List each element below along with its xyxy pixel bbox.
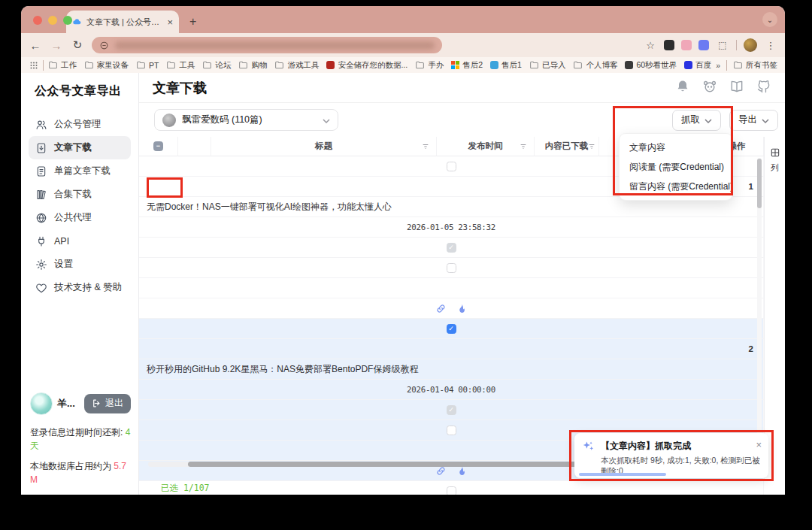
extension-icon[interactable] <box>664 40 674 50</box>
heart-icon <box>35 282 47 294</box>
sidebar: 公众号文章导出 公众号管理 文章下载 单篇文章下载 合集下载 公共代理 API … <box>21 73 139 495</box>
sidebar-item-plug[interactable]: API <box>29 229 131 253</box>
close-window-button[interactable] <box>33 16 42 25</box>
bookmark-item[interactable]: 已导入 <box>529 60 566 71</box>
notification-bell-icon[interactable] <box>675 79 690 97</box>
reload-icon[interactable]: ↻ <box>71 38 84 52</box>
sidebar-item-globe[interactable]: 公共代理 <box>29 206 131 229</box>
bookmark-item[interactable]: 工具 <box>166 60 195 71</box>
bookmark-item[interactable]: 60秒看世界 <box>625 60 677 71</box>
sidebar-item-file-download[interactable]: 文章下载 <box>29 136 131 159</box>
browser-tab[interactable]: 文章下载 | 公众号文章导出 × <box>66 11 179 33</box>
filter-icon[interactable] <box>520 143 527 150</box>
page-title: 文章下载 <box>153 79 207 97</box>
extra-cell <box>139 278 764 298</box>
browser-toolbar: ← → ↻ ☆ ⬚ ⋮ <box>21 33 785 57</box>
table-footer: 已选 1/107 <box>139 481 785 495</box>
fetch-fire-icon[interactable] <box>456 303 468 314</box>
github-icon[interactable] <box>756 79 771 97</box>
sidebar-item-file-text[interactable]: 单篇文章下载 <box>29 159 131 183</box>
folder-icon <box>136 60 146 70</box>
dropdown-item[interactable]: 阅读量 (需要Credential) <box>620 157 732 177</box>
toast-progress-bar <box>579 473 666 476</box>
sparkles-icon <box>582 441 595 453</box>
sidebar-item-library[interactable]: 合集下载 <box>29 183 131 206</box>
downloaded-column-header: 内容已下载 <box>535 137 599 156</box>
bookmark-item[interactable]: 家里设备 <box>84 60 129 71</box>
row-select-checkbox[interactable]: ✓ <box>139 319 764 339</box>
bookmark-item[interactable]: 个人博客 <box>573 60 617 71</box>
user-row: 羊... 退出 <box>29 389 131 422</box>
account-avatar <box>162 114 176 127</box>
app-title: 公众号文章导出 <box>29 82 131 113</box>
publish-time: 2026-01-05 23:58:32 <box>139 217 764 238</box>
browser-menu-icon[interactable]: ⋮ <box>764 40 777 51</box>
bookmark-item[interactable]: 售后1 <box>490 60 522 71</box>
bookmark-item[interactable]: 论坛 <box>202 60 231 71</box>
export-button[interactable]: 导出 <box>729 110 778 131</box>
all-bookmarks[interactable]: 所有书签 <box>733 60 777 71</box>
bookmark-item[interactable]: PT <box>136 60 159 70</box>
dropdown-item[interactable]: 留言内容 (需要Credential) <box>620 177 732 196</box>
forward-icon[interactable]: → <box>50 39 63 52</box>
extension-icon[interactable] <box>681 40 692 50</box>
row-actions <box>139 298 764 319</box>
bookmark-item[interactable]: 购物 <box>238 60 267 71</box>
user-avatar <box>30 392 53 415</box>
extensions-puzzle-icon[interactable]: ⬚ <box>716 40 729 50</box>
fetch-button[interactable]: 抓取 <box>672 110 721 131</box>
filter-icon[interactable] <box>422 143 429 150</box>
browser-window: 文章下载 | 公众号文章导出 × + ⌄ ← → ↻ ☆ ⬚ <box>21 6 785 495</box>
sidebar-item-heart[interactable]: 技术支持 & 赞助 <box>29 276 131 299</box>
apps-grid-icon[interactable] <box>29 60 38 70</box>
address-bar[interactable] <box>92 37 442 53</box>
logout-button[interactable]: 退出 <box>84 394 131 413</box>
toast-close-icon[interactable]: × <box>751 440 762 450</box>
folder-icon <box>238 60 248 70</box>
account-select[interactable]: 飘雷爱数码 (110篇) <box>154 109 338 131</box>
chevron-down-icon <box>762 115 769 126</box>
toast-title: 【文章内容】抓取完成 <box>601 440 751 453</box>
chevron-down-icon <box>323 115 330 126</box>
bookmarks-overflow-icon[interactable]: » <box>716 61 720 70</box>
profile-avatar[interactable] <box>744 38 757 52</box>
bookmark-item[interactable]: 游戏工具 <box>274 60 319 71</box>
site-favicon <box>625 61 633 69</box>
bookmark-item[interactable]: 售后2 <box>451 60 483 71</box>
main-panel: 文章下载 飘雷爱数码 (110篇) <box>139 73 785 495</box>
sidebar-item-gear[interactable]: 设置 <box>29 253 131 276</box>
dropdown-item[interactable]: 文章内容 <box>620 138 732 157</box>
sidebar-item-users[interactable]: 公众号管理 <box>29 113 131 136</box>
page-header: 文章下载 <box>139 73 785 103</box>
vertical-scrollbar-thumb[interactable] <box>757 159 762 208</box>
traffic-lights <box>33 16 72 25</box>
bookmark-item[interactable]: 工作 <box>48 60 77 71</box>
zoom-window-button[interactable] <box>63 16 72 25</box>
minimize-window-button[interactable] <box>48 16 57 25</box>
docs-book-icon[interactable] <box>729 79 744 97</box>
select-all-checkbox[interactable]: − <box>139 137 178 156</box>
column-grid-icon[interactable] <box>770 147 780 161</box>
row-index: 2 <box>139 339 764 359</box>
tab-search-icon[interactable]: ⌄ <box>762 12 777 27</box>
bookmarks-bar: 工作家里设备PT工具论坛购物游戏工具安全储存您的数据...手办售后2售后1已导入… <box>21 57 785 73</box>
bookmark-item[interactable]: 安全储存您的数据... <box>326 60 408 71</box>
copy-link-icon[interactable] <box>435 303 447 314</box>
url-redacted <box>115 41 435 50</box>
mascot-dog-icon[interactable] <box>702 79 717 97</box>
extension-icon[interactable] <box>698 40 709 50</box>
bookmarks-list: 工作家里设备PT工具论坛购物游戏工具安全储存您的数据...手办售后2售后1已导入… <box>48 60 711 71</box>
bookmark-item[interactable]: 百度一下，你就知道 <box>684 60 711 71</box>
new-tab-button[interactable]: + <box>189 15 196 29</box>
back-icon[interactable]: ← <box>29 39 42 52</box>
publish-time: 2026-01-04 00:00:00 <box>139 380 764 400</box>
tab-close-icon[interactable]: × <box>167 17 173 27</box>
filter-icon[interactable] <box>588 143 595 150</box>
bookmark-star-icon[interactable]: ☆ <box>644 40 657 51</box>
column-toggle-label[interactable]: 列 <box>771 162 779 174</box>
downloaded-checkbox: ✓ <box>139 400 764 420</box>
article-title: 秒开秒用的GitHub 9.2K星黑马：NAS免费部署BentoPDF保姆级教程 <box>139 359 764 380</box>
site-favicon <box>684 61 692 69</box>
bookmark-item[interactable]: 手办 <box>415 60 444 71</box>
screen: 文章下载 | 公众号文章导出 × + ⌄ ← → ↻ ☆ ⬚ <box>0 0 812 530</box>
